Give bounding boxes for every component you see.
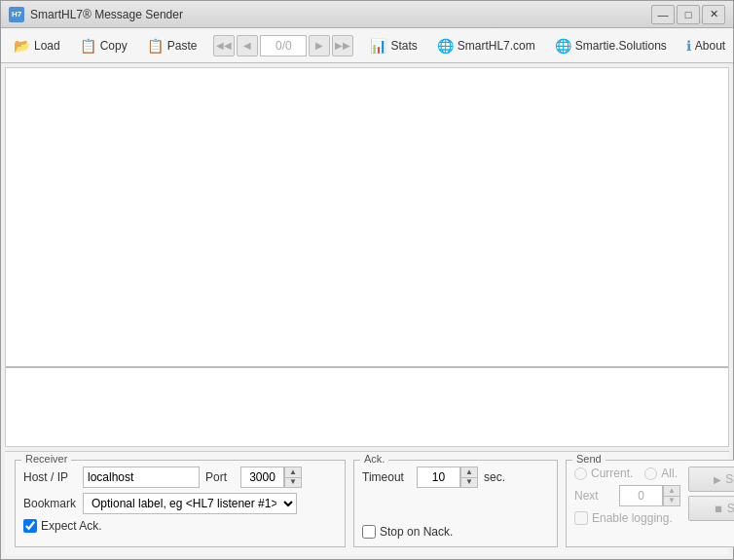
send-section: Send Current. All. xyxy=(566,460,734,547)
output-area xyxy=(6,368,728,446)
timeout-input[interactable] xyxy=(417,467,460,488)
window-title: SmartHL7® Message Sender xyxy=(30,8,651,21)
stats-icon: 📊 xyxy=(370,38,386,54)
about-button[interactable]: ℹ About xyxy=(678,32,734,59)
stats-button[interactable]: 📊 Stats xyxy=(361,32,425,59)
counter-display: 0/0 xyxy=(260,35,307,56)
next-spinner: ▲ ▼ xyxy=(619,485,680,506)
ack-section: Ack. Timeout ▲ ▼ sec. Stop on N xyxy=(353,460,558,547)
load-icon: 📂 xyxy=(14,38,30,54)
maximize-button[interactable]: □ xyxy=(677,5,700,24)
stop-label: Stop xyxy=(727,502,734,515)
smartie-button[interactable]: 🌐 Smartie.Solutions xyxy=(546,32,676,59)
all-label: All. xyxy=(661,467,678,480)
toolbar: 📂 Load 📋 Copy 📋 Paste ◀◀ ◀ 0/0 ▶ ▶▶ 📊 St… xyxy=(1,28,733,63)
counter-value: 0/0 xyxy=(275,39,292,53)
send-inner: Current. All. Next xyxy=(574,467,734,525)
port-down-button[interactable]: ▼ xyxy=(285,478,301,488)
timeout-spinner-btns: ▲ ▼ xyxy=(460,467,478,488)
next-input[interactable] xyxy=(619,485,663,506)
port-input[interactable] xyxy=(240,467,284,488)
prev-button[interactable]: ◀ xyxy=(237,35,258,56)
sec-label: sec. xyxy=(484,470,511,484)
close-button[interactable]: ✕ xyxy=(702,5,725,24)
port-spinner: ▲ ▼ xyxy=(240,467,302,488)
host-input[interactable] xyxy=(83,467,200,488)
ack-section-label: Ack. xyxy=(360,453,388,465)
all-radio[interactable] xyxy=(644,467,657,480)
send-buttons: ▶ Start ⏹ Stop xyxy=(688,467,734,525)
host-label: Host / IP xyxy=(23,470,77,484)
load-label: Load xyxy=(34,39,60,53)
first-button[interactable]: ◀◀ xyxy=(213,35,235,56)
expect-ack-checkbox[interactable] xyxy=(23,519,37,533)
host-row: Host / IP Port ▲ ▼ xyxy=(23,467,337,488)
copy-label: Copy xyxy=(100,39,128,53)
start-icon: ▶ xyxy=(714,474,721,485)
expect-ack-label: Expect Ack. xyxy=(41,519,102,533)
next-row: Next ▲ ▼ xyxy=(574,485,680,506)
smarthl7-button[interactable]: 🌐 SmartHL7.com xyxy=(428,32,544,59)
current-radio[interactable] xyxy=(574,467,587,480)
stats-label: Stats xyxy=(390,39,417,53)
about-icon: ℹ xyxy=(686,38,691,54)
timeout-label: Timeout xyxy=(362,470,411,484)
timeout-up-button[interactable]: ▲ xyxy=(461,467,477,478)
main-content xyxy=(5,67,729,447)
nav-controls: ◀◀ ◀ 0/0 ▶ ▶▶ xyxy=(213,35,353,56)
enable-logging-label: Enable logging. xyxy=(592,511,673,525)
port-up-button[interactable]: ▲ xyxy=(285,467,301,478)
enable-logging-checkbox[interactable] xyxy=(574,511,588,525)
receiver-section-label: Receiver xyxy=(21,453,71,465)
title-bar: H7 SmartHL7® Message Sender — □ ✕ xyxy=(1,1,733,28)
all-radio-item: All. xyxy=(644,467,678,480)
app-icon: H7 xyxy=(9,7,24,22)
smartie-label: Smartie.Solutions xyxy=(575,39,667,53)
bottom-panel: Receiver Host / IP Port ▲ ▼ Bookmark xyxy=(5,451,729,555)
port-label: Port xyxy=(205,470,235,484)
bookmark-row: Bookmark Optional label, eg <HL7 listene… xyxy=(23,493,337,514)
stop-button[interactable]: ⏹ Stop xyxy=(688,496,734,521)
smarthl7-label: SmartHL7.com xyxy=(458,39,535,53)
window-controls: — □ ✕ xyxy=(651,5,725,24)
next-spinner-btns: ▲ ▼ xyxy=(663,485,680,506)
timeout-row: Timeout ▲ ▼ sec. xyxy=(362,467,549,488)
smartie-icon: 🌐 xyxy=(555,38,571,54)
stop-on-nack-label: Stop on Nack. xyxy=(380,525,453,539)
smarthl7-icon: 🌐 xyxy=(437,38,454,54)
send-left: Current. All. Next xyxy=(574,467,680,525)
send-section-label: Send xyxy=(572,453,606,465)
port-spinner-btns: ▲ ▼ xyxy=(284,467,302,488)
spacer-row xyxy=(362,493,549,520)
load-button[interactable]: 📂 Load xyxy=(5,32,69,59)
current-radio-item: Current. xyxy=(574,467,633,480)
receiver-section: Receiver Host / IP Port ▲ ▼ Bookmark xyxy=(15,460,346,547)
message-area[interactable] xyxy=(6,68,728,368)
stop-icon: ⏹ xyxy=(714,504,723,514)
next-nav-button[interactable]: ▶ xyxy=(309,35,330,56)
timeout-spinner: ▲ ▼ xyxy=(417,467,478,488)
start-button[interactable]: ▶ Start xyxy=(688,467,734,492)
main-window: H7 SmartHL7® Message Sender — □ ✕ 📂 Load… xyxy=(0,0,734,560)
next-down-button[interactable]: ▼ xyxy=(664,497,679,506)
timeout-down-button[interactable]: ▼ xyxy=(461,478,477,488)
last-button[interactable]: ▶▶ xyxy=(332,35,353,56)
current-label: Current. xyxy=(591,467,633,480)
about-label: About xyxy=(695,39,725,53)
enable-logging-row: Enable logging. xyxy=(574,511,680,525)
minimize-button[interactable]: — xyxy=(651,5,675,24)
bottom-grid: Receiver Host / IP Port ▲ ▼ Bookmark xyxy=(15,460,719,547)
send-mode-row: Current. All. xyxy=(574,467,680,480)
stop-on-nack-row: Stop on Nack. xyxy=(362,525,549,539)
copy-button[interactable]: 📋 Copy xyxy=(71,32,136,59)
paste-button[interactable]: 📋 Paste xyxy=(138,32,206,59)
copy-icon: 📋 xyxy=(80,38,96,54)
paste-label: Paste xyxy=(167,39,198,53)
paste-icon: 📋 xyxy=(147,38,164,54)
start-label: Start xyxy=(725,472,734,486)
stop-on-nack-checkbox[interactable] xyxy=(362,525,376,539)
next-up-button[interactable]: ▲ xyxy=(664,486,679,497)
next-label: Next xyxy=(574,489,613,503)
bookmark-select[interactable]: Optional label, eg <HL7 listener #1> xyxy=(83,493,297,514)
bookmark-label: Bookmark xyxy=(23,497,77,510)
